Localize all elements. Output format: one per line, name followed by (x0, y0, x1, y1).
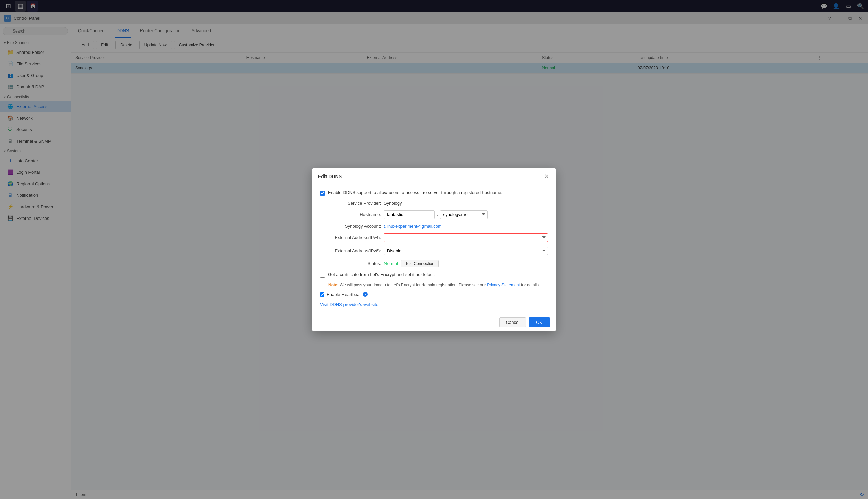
dialog-overlay: Edit DDNS ✕ Enable DDNS support to allow… (0, 0, 868, 12)
